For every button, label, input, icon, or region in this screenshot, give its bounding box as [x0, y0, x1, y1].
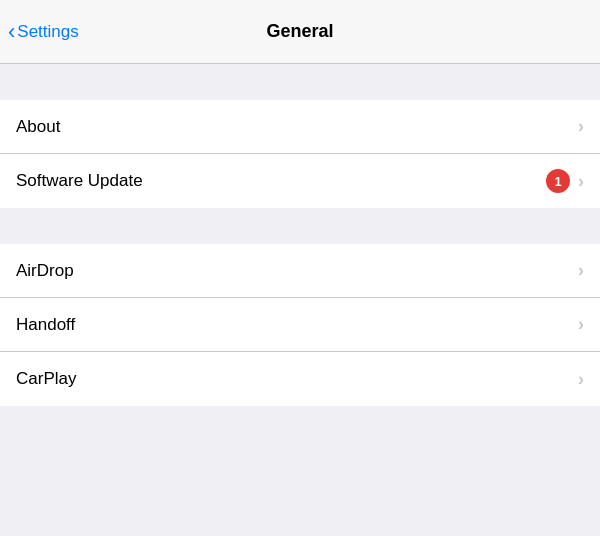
back-button[interactable]: ‹ Settings [8, 21, 79, 43]
handoff-label: Handoff [16, 315, 75, 335]
section-gap-middle [0, 208, 600, 244]
software-update-label: Software Update [16, 171, 143, 191]
carplay-chevron-icon: › [578, 369, 584, 390]
airdrop-row[interactable]: AirDrop › [0, 244, 600, 298]
about-label: About [16, 117, 60, 137]
about-row-right: › [578, 116, 584, 137]
carplay-row-left: CarPlay [16, 369, 578, 389]
airdrop-row-left: AirDrop [16, 261, 578, 281]
about-chevron-icon: › [578, 116, 584, 137]
handoff-row-right: › [578, 314, 584, 335]
section-2: AirDrop › Handoff › CarPlay › [0, 244, 600, 406]
section-gap-top [0, 64, 600, 100]
carplay-label: CarPlay [16, 369, 76, 389]
carplay-row-right: › [578, 369, 584, 390]
about-row-left: About [16, 117, 578, 137]
back-chevron-icon: ‹ [8, 21, 15, 43]
airdrop-row-right: › [578, 260, 584, 281]
section-1: About › Software Update 1 › [0, 100, 600, 208]
back-label: Settings [17, 22, 78, 42]
page-title: General [266, 21, 333, 42]
carplay-row[interactable]: CarPlay › [0, 352, 600, 406]
handoff-chevron-icon: › [578, 314, 584, 335]
software-update-badge: 1 [546, 169, 570, 193]
software-update-row[interactable]: Software Update 1 › [0, 154, 600, 208]
airdrop-label: AirDrop [16, 261, 74, 281]
software-update-chevron-icon: › [578, 171, 584, 192]
handoff-row-left: Handoff [16, 315, 578, 335]
navigation-header: ‹ Settings General [0, 0, 600, 64]
airdrop-chevron-icon: › [578, 260, 584, 281]
handoff-row[interactable]: Handoff › [0, 298, 600, 352]
software-update-row-right: 1 › [546, 169, 584, 193]
about-row[interactable]: About › [0, 100, 600, 154]
software-update-row-left: Software Update [16, 171, 546, 191]
